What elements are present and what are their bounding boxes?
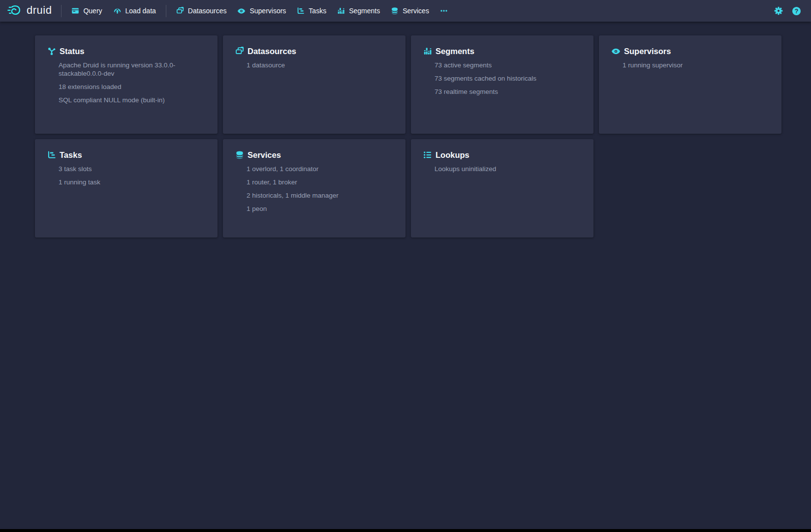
properties-icon (423, 150, 432, 159)
eye-icon (237, 7, 246, 15)
card-title: Status (60, 46, 84, 57)
nav-more-button[interactable] (435, 0, 453, 22)
stacked-chart-icon (337, 7, 345, 15)
nav-item-segments[interactable]: Segments (332, 0, 385, 22)
nav-item-load-data[interactable]: Load data (108, 0, 161, 22)
card-body: 1 datasource (235, 61, 396, 69)
lookups-card[interactable]: Lookups Lookups uninitialized (411, 139, 593, 237)
status-card[interactable]: Status Apache Druid is running version 3… (35, 35, 218, 134)
nav-item-label: Tasks (309, 7, 326, 15)
card-body: 1 running supervisor (611, 61, 772, 69)
card-line: Lookups uninitialized (435, 165, 584, 173)
card-line: 1 router, 1 broker (247, 178, 396, 186)
top-navbar: druid Query Load data Datasources Superv… (0, 0, 811, 22)
card-line: Apache Druid is running version 33.0.0-s… (59, 61, 208, 78)
card-line: 1 overlord, 1 coordinator (247, 165, 396, 173)
card-body: 73 active segments 73 segments cached on… (423, 61, 584, 96)
card-header: Tasks (47, 149, 208, 160)
card-line: 1 running task (59, 178, 208, 186)
card-line: 3 task slots (59, 165, 208, 173)
home-view: Status Apache Druid is running version 3… (35, 35, 781, 237)
card-header: Segments (423, 46, 584, 57)
nav-item-label: Services (403, 7, 429, 15)
card-title: Lookups (436, 149, 469, 160)
card-title: Datasources (248, 46, 296, 57)
tasks-card[interactable]: Tasks 3 task slots 1 running task (35, 139, 218, 237)
druid-logo-text: druid (27, 5, 52, 17)
card-line: 73 realtime segments (435, 88, 584, 96)
screen-bottom-edge (0, 529, 811, 532)
segments-card[interactable]: Segments 73 active segments 73 segments … (411, 35, 593, 134)
card-body: 1 overlord, 1 coordinator 1 router, 1 br… (235, 165, 396, 213)
card-header: Status (47, 46, 208, 57)
card-line: SQL compliant NULL mode (built-in) (59, 96, 208, 104)
navbar-right-group (771, 3, 804, 18)
more-ellipsis-icon (440, 7, 448, 15)
card-header: Lookups (423, 149, 584, 160)
database-icon (235, 150, 244, 159)
multi-select-icon (176, 7, 184, 15)
nav-item-query[interactable]: Query (66, 0, 107, 22)
graph-icon (47, 47, 56, 56)
upload-icon (113, 7, 122, 15)
card-title: Supervisors (624, 46, 671, 57)
settings-button[interactable] (771, 3, 786, 18)
navbar-divider (61, 5, 62, 17)
nav-item-label: Query (83, 7, 102, 15)
card-line: 73 segments cached on historicals (435, 74, 584, 83)
nav-item-label: Datasources (188, 7, 227, 15)
help-icon (792, 6, 801, 16)
stacked-chart-icon (423, 47, 432, 56)
card-title: Services (248, 149, 281, 160)
druid-logo[interactable]: druid (7, 4, 52, 18)
card-line: 1 peon (247, 205, 396, 213)
card-title: Segments (436, 46, 474, 57)
database-icon (391, 7, 399, 15)
nav-item-label: Load data (125, 7, 156, 15)
gantt-chart-icon (297, 7, 305, 15)
datasources-card[interactable]: Datasources 1 datasource (223, 35, 406, 134)
card-body: Lookups uninitialized (423, 165, 584, 173)
help-button[interactable] (789, 3, 804, 18)
nav-item-services[interactable]: Services (385, 0, 435, 22)
nav-item-label: Segments (349, 7, 380, 15)
cog-icon (774, 6, 783, 15)
nav-item-datasources[interactable]: Datasources (171, 0, 232, 22)
supervisors-card[interactable]: Supervisors 1 running supervisor (599, 35, 781, 134)
nav-item-tasks[interactable]: Tasks (291, 0, 332, 22)
card-header: Datasources (235, 46, 396, 57)
card-line: 1 running supervisor (623, 61, 772, 69)
card-body: 3 task slots 1 running task (47, 165, 208, 186)
card-header: Supervisors (611, 46, 772, 57)
navbar-divider (166, 5, 166, 17)
card-line: 18 extensions loaded (59, 83, 208, 91)
card-line: 1 datasource (247, 61, 396, 69)
card-line: 73 active segments (435, 61, 584, 69)
druid-logo-icon (7, 4, 23, 18)
multi-select-icon (235, 47, 244, 56)
application-icon (71, 7, 79, 15)
eye-icon (611, 47, 621, 56)
nav-item-label: Supervisors (250, 7, 286, 15)
gantt-chart-icon (47, 150, 56, 159)
card-header: Services (235, 149, 396, 160)
card-title: Tasks (60, 149, 82, 160)
card-body: Apache Druid is running version 33.0.0-s… (47, 61, 208, 104)
card-line: 2 historicals, 1 middle manager (247, 191, 396, 200)
nav-item-supervisors[interactable]: Supervisors (232, 0, 291, 22)
services-card[interactable]: Services 1 overlord, 1 coordinator 1 rou… (223, 139, 406, 237)
